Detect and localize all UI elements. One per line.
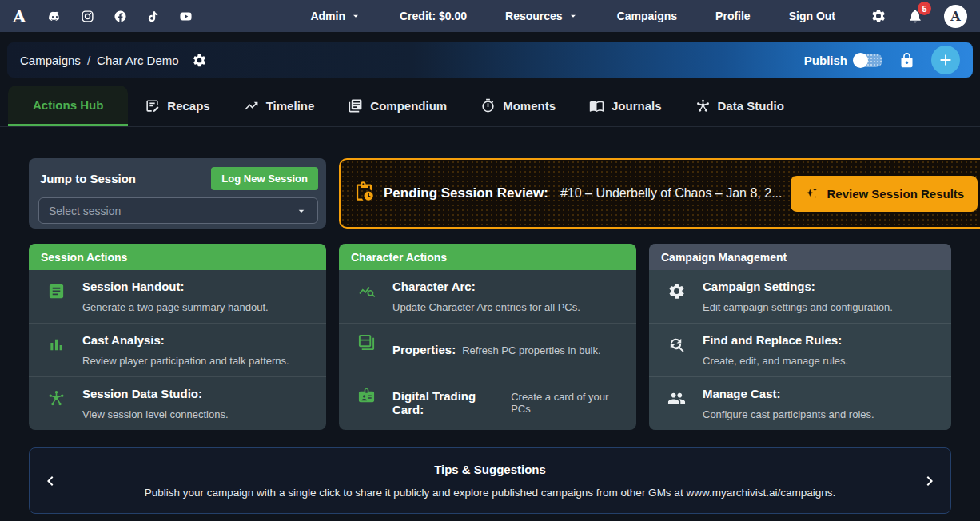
publish-label: Publish [804, 54, 847, 67]
publish-controls: Publish [804, 46, 960, 74]
bar-chart-icon [47, 336, 66, 354]
instagram-link[interactable] [81, 10, 94, 23]
find-replace-icon [667, 336, 686, 354]
people-icon [667, 389, 686, 408]
action-title: Session Data Studio: [82, 387, 229, 400]
action-cast-analysis[interactable]: Cast Analysis:Review player participatio… [29, 323, 326, 376]
gear-icon [667, 282, 686, 300]
tips-text: Publish your campaign with a single clic… [145, 487, 835, 499]
tiktok-link[interactable] [146, 10, 160, 23]
carousel-prev-button[interactable] [41, 471, 60, 491]
network-icon [47, 389, 66, 408]
publish-toggle[interactable]: Publish [804, 54, 882, 67]
nav-sign-out[interactable]: Sign Out [789, 10, 835, 22]
tab-label: Actions Hub [33, 98, 103, 112]
action-title: Cast Analysis: [82, 333, 289, 347]
review-session-results-button[interactable]: Review Session Results [791, 176, 978, 212]
action-character-arc[interactable]: Character Arc:Update Character Arc entri… [339, 270, 636, 323]
columns-icon [357, 333, 376, 352]
breadcrumb-current: Char Arc Demo [97, 54, 179, 67]
tab-label: Journals [612, 99, 662, 113]
tab-label: Timeline [266, 99, 315, 113]
chevron-right-icon [920, 471, 939, 491]
journals-icon [589, 98, 604, 113]
action-digital-trading-card[interactable]: Digital Trading Card:Create a card of yo… [339, 376, 636, 428]
tab-timeline[interactable]: Timeline [227, 86, 332, 126]
add-button[interactable] [931, 46, 960, 74]
tab-label: Recaps [167, 99, 209, 113]
recaps-icon [145, 98, 160, 113]
columns-icon-wrap [357, 333, 376, 366]
tab-label: Moments [503, 99, 556, 113]
session-select-placeholder: Select session [49, 205, 121, 217]
tiktok-icon [146, 10, 160, 23]
session-select[interactable]: Select session [38, 197, 318, 224]
lock-icon [898, 52, 915, 69]
tab-moments[interactable]: Moments [464, 86, 572, 126]
card-body: Session Handout:Generate a two page summ… [29, 270, 326, 430]
moments-icon [480, 98, 496, 113]
document-icon [47, 282, 66, 300]
instagram-icon [81, 10, 94, 23]
chart-search-icon-wrap [357, 282, 376, 313]
tab-compendium[interactable]: Compendium [331, 86, 464, 126]
discord-link[interactable] [48, 10, 62, 23]
jump-panel-title: Jump to Session [38, 172, 136, 185]
top-navigation-bar: A Admin Credit: $0.00 Resources Campaign… [0, 0, 980, 32]
action-description: Review player participation and talk pat… [82, 355, 289, 367]
card-header: Session Actions [29, 244, 326, 270]
card-title: Character Actions [351, 251, 447, 264]
carousel-next-button[interactable] [920, 471, 939, 491]
action-session-handout[interactable]: Session Handout:Generate a two page summ… [29, 270, 326, 323]
data-studio-icon [695, 98, 711, 113]
action-manage-cast[interactable]: Manage Cast:Configure cast participants … [649, 376, 951, 430]
action-campaign-settings[interactable]: Campaign Settings:Edit campaign settings… [649, 270, 951, 323]
pending-review-title: Pending Session Review: [384, 185, 548, 201]
action-find-and-replace-rules[interactable]: Find and Replace Rules:Create, edit, and… [649, 323, 951, 376]
action-title: Session Handout: [82, 280, 269, 293]
breadcrumb-campaigns[interactable]: Campaigns [20, 54, 81, 67]
gear-icon [192, 53, 207, 68]
facebook-icon [114, 10, 127, 23]
action-session-data-studio[interactable]: Session Data Studio:View session level c… [29, 376, 326, 430]
campaign-settings-button[interactable] [192, 53, 207, 68]
tab-journals[interactable]: Journals [572, 86, 679, 126]
tab-data-studio[interactable]: Data Studio [679, 86, 801, 126]
tips-carousel: Tips & Suggestions Publish your campaign… [29, 447, 951, 514]
card-character-actions: Character ActionsCharacter Arc:Update Ch… [339, 244, 636, 430]
tab-label: Data Studio [718, 99, 784, 113]
chevron-down-icon [295, 205, 308, 217]
people-icon-wrap [667, 389, 686, 420]
credit-balance[interactable]: Credit: $0.00 [400, 10, 467, 22]
youtube-link[interactable] [179, 10, 193, 23]
campaign-tabs: Actions HubRecapsTimelineCompendiumMomen… [0, 86, 980, 127]
document-icon-wrap [47, 282, 66, 313]
card-body: Character Arc:Update Character Arc entri… [339, 270, 636, 428]
resources-menu[interactable]: Resources [505, 10, 579, 22]
network-icon-wrap [47, 389, 66, 420]
review-button-label: Review Session Results [827, 187, 964, 201]
tab-actions-hub[interactable]: Actions Hub [8, 86, 128, 126]
app-logo[interactable]: A [13, 6, 26, 26]
plus-icon [937, 51, 954, 69]
action-description: Create, edit, and manage rules. [703, 355, 848, 367]
gear-icon [870, 8, 886, 24]
action-description: View session level connections. [82, 408, 229, 420]
action-properties[interactable]: Properties:Refresh PC properties in bulk… [339, 323, 636, 376]
nav-campaigns[interactable]: Campaigns [617, 10, 677, 22]
facebook-link[interactable] [114, 10, 127, 23]
id-card-icon-wrap [357, 386, 376, 419]
nav-profile[interactable]: Profile [715, 10, 751, 22]
card-header: Character Actions [339, 244, 636, 270]
log-new-session-button[interactable]: Log New Session [211, 167, 318, 190]
user-avatar[interactable]: A [944, 5, 967, 28]
notifications-button[interactable]: 5 [907, 8, 923, 24]
admin-menu[interactable]: Admin [310, 10, 361, 22]
privacy-lock-button[interactable] [898, 52, 915, 69]
settings-gear-button[interactable] [870, 8, 886, 24]
notification-badge: 5 [918, 2, 931, 15]
toggle-knob [853, 53, 868, 68]
chart-search-icon [357, 282, 376, 300]
tab-recaps[interactable]: Recaps [128, 86, 226, 126]
campaign-header-bar: Campaigns / Char Arc Demo Publish [7, 42, 973, 78]
